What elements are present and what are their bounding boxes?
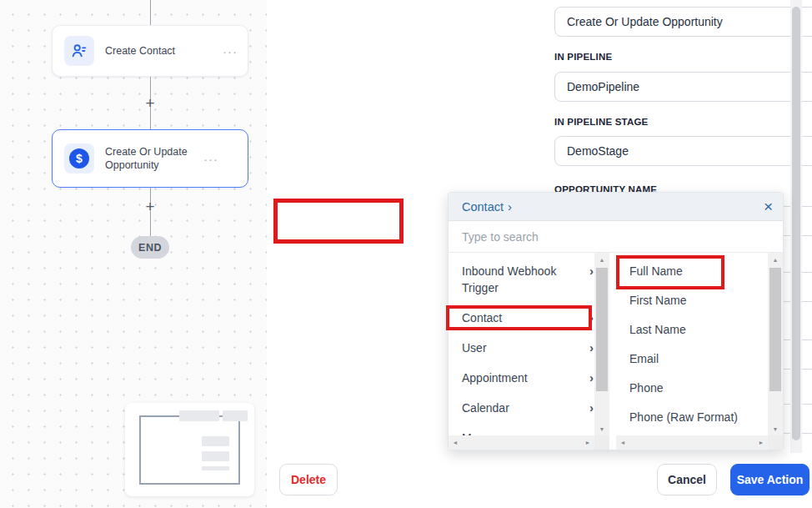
- field-full-name[interactable]: Full Name: [629, 263, 768, 279]
- add-action-button[interactable]: +: [145, 94, 154, 113]
- save-action-button[interactable]: Save Action: [730, 464, 809, 495]
- pipeline-stage-select[interactable]: [554, 136, 812, 166]
- category-appointment[interactable]: Appointment ›: [462, 370, 594, 386]
- workflow-action-editor: Create Contact ··· + $ Create Or Update …: [0, 0, 812, 508]
- node-create-contact[interactable]: Create Contact ···: [52, 25, 248, 77]
- chevron-right-icon: ›: [589, 263, 594, 279]
- chevron-right-icon: ›: [508, 199, 512, 214]
- minimap-node: [223, 410, 248, 421]
- minimap-viewport[interactable]: [139, 415, 240, 485]
- scroll-up-icon: ▲: [594, 253, 609, 266]
- field-label: IN PIPELINE: [554, 52, 612, 62]
- picker-category-column: Inbound Webhook Trigger › Contact › User…: [449, 253, 609, 450]
- scroll-right-icon: ►: [581, 435, 594, 450]
- field-hscrollbar[interactable]: ◄ ►: [616, 435, 768, 450]
- category-hscrollbar[interactable]: ◄ ►: [449, 435, 594, 450]
- field-list: Full Name First Name Last Name Email Pho…: [616, 253, 768, 435]
- node-title: Create Contact: [105, 44, 223, 58]
- scroll-left-icon: ◄: [616, 435, 629, 450]
- field-phone[interactable]: Phone: [629, 380, 768, 396]
- picker-header: Contact› ×: [449, 193, 783, 221]
- scrollbar-corner: [594, 435, 609, 450]
- minimap-node: [202, 451, 229, 461]
- scroll-right-icon: ►: [754, 435, 768, 450]
- chevron-right-icon: ›: [589, 400, 594, 416]
- minimap[interactable]: [125, 403, 254, 496]
- picker-field-column: Full Name First Name Last Name Email Pho…: [616, 253, 783, 450]
- picker-body: Inbound Webhook Trigger › Contact › User…: [449, 253, 783, 450]
- connector-line: [150, 215, 151, 236]
- scrollbar-corner: [768, 435, 783, 450]
- field-first-name[interactable]: First Name: [629, 292, 768, 309]
- category-scrollbar[interactable]: ▲ ▼: [594, 253, 609, 435]
- chevron-right-icon: ›: [589, 370, 594, 386]
- category-message[interactable]: Message ›: [462, 430, 594, 435]
- category-inbound-webhook-trigger[interactable]: Inbound Webhook Trigger ›: [462, 263, 594, 296]
- scrollbar-thumb: [596, 268, 608, 391]
- field-scrollbar[interactable]: ▲ ▼: [768, 253, 783, 435]
- scroll-down-icon: ▼: [594, 422, 609, 435]
- chevron-right-icon: ›: [589, 309, 594, 326]
- chevron-right-icon: ›: [589, 340, 594, 356]
- dollar-icon: $: [64, 143, 94, 174]
- node-menu-icon[interactable]: ···: [223, 44, 238, 58]
- node-create-or-update-opportunity[interactable]: $ Create Or Update Opportunity ···: [52, 129, 248, 188]
- search-input[interactable]: [449, 230, 783, 244]
- category-contact[interactable]: Contact ›: [462, 309, 594, 326]
- scrollbar-thumb: [769, 268, 781, 391]
- scroll-left-icon: ◄: [449, 435, 462, 450]
- delete-button[interactable]: Delete: [279, 464, 338, 495]
- scroll-up-icon: ▲: [768, 253, 783, 266]
- node-menu-icon[interactable]: ···: [203, 152, 218, 166]
- custom-values-picker: Contact› × Inbound Webhook Trigger › Con…: [448, 192, 784, 450]
- minimap-node: [202, 436, 229, 446]
- workflow-canvas[interactable]: Create Contact ··· + $ Create Or Update …: [0, 0, 267, 508]
- minimap-node: [202, 466, 229, 470]
- node-title: Create Or Update Opportunity: [105, 145, 203, 172]
- close-icon[interactable]: ×: [764, 199, 773, 214]
- picker-search: [449, 221, 783, 253]
- category-user[interactable]: User ›: [462, 340, 594, 356]
- connector-line: [150, 0, 151, 25]
- chevron-right-icon: ›: [589, 430, 594, 435]
- minimap-node: [179, 410, 219, 421]
- panel-scrollbar[interactable]: [790, 0, 802, 453]
- category-calendar[interactable]: Calendar ›: [462, 400, 594, 416]
- field-phone-raw-format[interactable]: Phone (Raw Format): [629, 409, 768, 425]
- pipeline-select[interactable]: [554, 72, 812, 102]
- add-action-button[interactable]: +: [145, 198, 154, 216]
- field-email[interactable]: Email: [629, 350, 768, 367]
- panel-scrollbar-thumb[interactable]: [792, 7, 800, 440]
- end-node: END: [131, 236, 169, 259]
- picker-breadcrumb[interactable]: Contact›: [462, 199, 512, 214]
- field-label: IN PIPELINE STAGE: [554, 117, 648, 127]
- action-name-input[interactable]: [554, 7, 812, 37]
- scroll-down-icon: ▼: [768, 422, 783, 435]
- cancel-button[interactable]: Cancel: [657, 464, 717, 495]
- contact-icon: [64, 36, 94, 66]
- category-list: Inbound Webhook Trigger › Contact › User…: [449, 253, 594, 435]
- field-last-name[interactable]: Last Name: [629, 321, 768, 338]
